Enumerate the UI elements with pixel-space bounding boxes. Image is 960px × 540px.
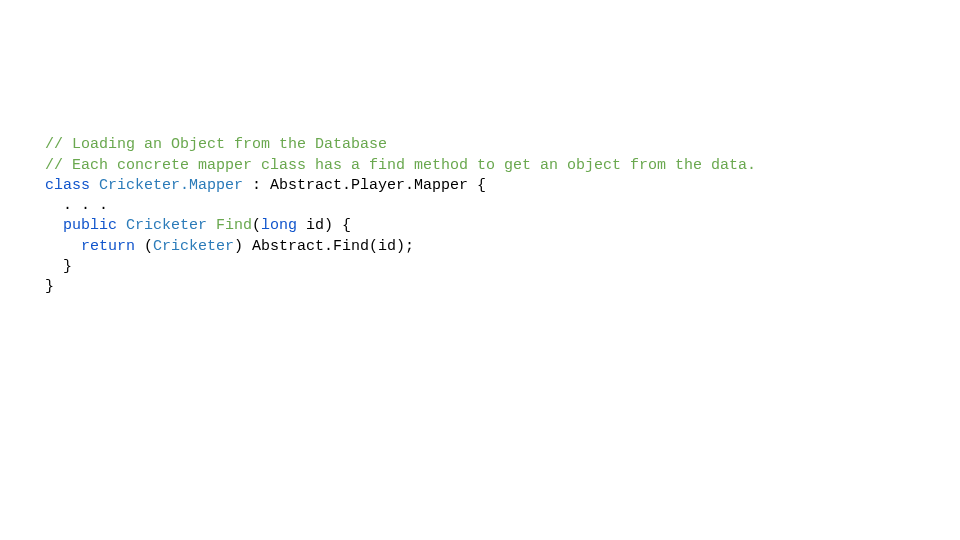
comment-line-1: // Loading an Object from the Database	[45, 136, 387, 153]
close-brace-inner: }	[63, 258, 72, 275]
paren-open: (	[252, 217, 261, 234]
type-cricketer-cast: Cricketer	[153, 238, 234, 255]
return-expr: ) Abstract.Find(id);	[234, 238, 414, 255]
type-cricketer: Cricketer	[126, 217, 207, 234]
type-cricketer-mapper: Cricketer.Mapper	[99, 177, 243, 194]
keyword-class: class	[45, 177, 90, 194]
keyword-long: long	[261, 217, 297, 234]
method-find: Find	[216, 217, 252, 234]
return-line: return (Cricketer) Abstract.Find(id);	[45, 238, 414, 255]
close-brace-outer: }	[45, 278, 54, 295]
close-method-line: }	[45, 258, 72, 275]
code-snippet: // Loading an Object from the Database /…	[45, 115, 756, 297]
cast-open: (	[135, 238, 153, 255]
keyword-return: return	[81, 238, 135, 255]
class-inherit: : Abstract.Player.Mapper {	[243, 177, 486, 194]
close-class-line: }	[45, 278, 54, 295]
comment-line-2: // Each concrete mapper class has a find…	[45, 157, 756, 174]
ellipsis-line: . . .	[45, 197, 108, 214]
keyword-public: public	[63, 217, 117, 234]
method-decl-line: public Cricketer Find(long id) {	[45, 217, 351, 234]
ellipsis: . . .	[63, 197, 108, 214]
param-id: id) {	[297, 217, 351, 234]
class-decl-line: class Cricketer.Mapper : Abstract.Player…	[45, 177, 486, 194]
